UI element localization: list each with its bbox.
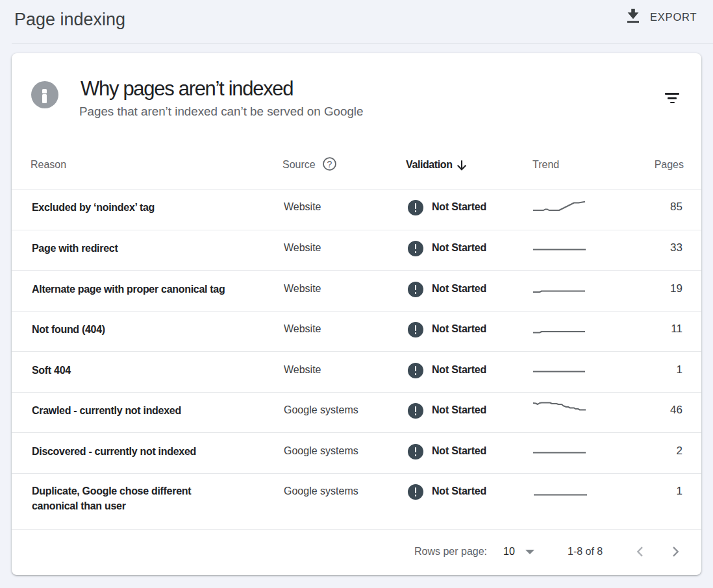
svg-text:?: ? [327, 159, 332, 169]
